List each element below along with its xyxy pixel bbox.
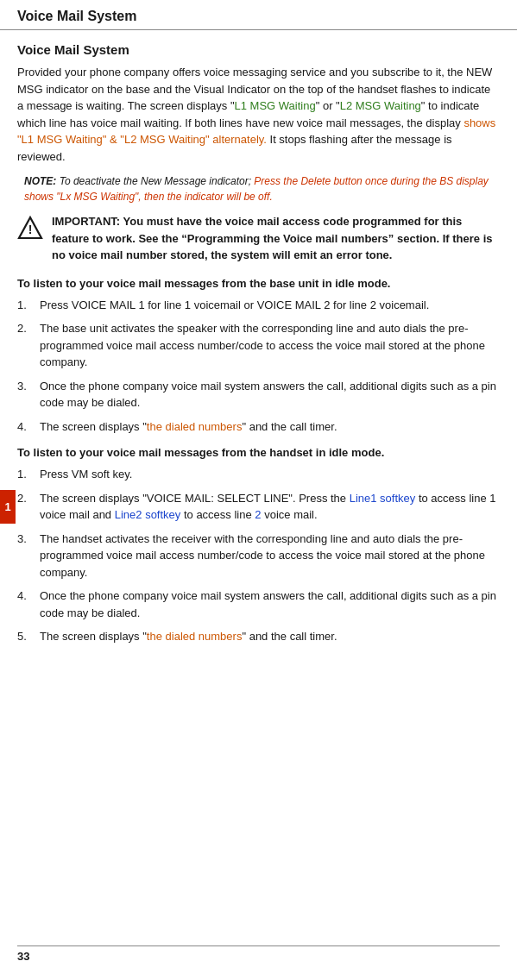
page-wrapper: Voice Mail System Voice Mail System Prov… bbox=[0, 0, 517, 980]
intro-text-2: " or " bbox=[316, 99, 340, 112]
dialed-numbers-highlight-2: the dialed numbers bbox=[147, 630, 243, 643]
list-content: The screen displays "the dialed numbers"… bbox=[40, 418, 500, 436]
list-item-marked: 1 2. The screen displays "VOICE MAIL: SE… bbox=[17, 490, 500, 524]
subsection1-title: To listen to your voice mail messages fr… bbox=[17, 276, 500, 292]
svg-text:!: ! bbox=[28, 223, 33, 236]
list-content: Once the phone company voice mail system… bbox=[40, 587, 500, 621]
warning-icon: ! bbox=[17, 215, 43, 241]
note-text: NOTE: To deactivate the New Message indi… bbox=[24, 175, 489, 203]
list-num: 4. bbox=[17, 587, 40, 621]
list-item: 1. Press VM soft key. bbox=[17, 466, 500, 483]
intro-paragraph: Provided your phone company offers voice… bbox=[17, 64, 500, 165]
note-body: To deactivate the New Message indicator; bbox=[56, 175, 254, 187]
list-item: 3. The handset activates the receiver wi… bbox=[17, 531, 500, 581]
list-content: The screen displays "the dialed numbers"… bbox=[40, 628, 500, 645]
list-num: 1. bbox=[17, 466, 40, 483]
base-steps-list: 1. Press VOICE MAIL 1 for line 1 voicema… bbox=[17, 297, 500, 436]
list-item: 5. The screen displays "the dialed numbe… bbox=[17, 628, 500, 645]
subsection2-title: To listen to your voice mail messages fr… bbox=[17, 445, 500, 461]
page-footer: 33 bbox=[17, 945, 500, 963]
handset-steps-list: 1. Press VM soft key. 1 2. The screen di… bbox=[17, 466, 500, 645]
list-num: 2. bbox=[17, 320, 40, 371]
list-num: 5. bbox=[17, 628, 40, 645]
red-marker-1: 1 bbox=[0, 490, 16, 524]
list-num: 4. bbox=[17, 418, 40, 436]
page-header-title: Voice Mail System bbox=[17, 9, 136, 23]
page-content: Voice Mail System Provided your phone co… bbox=[0, 30, 517, 669]
important-label: IMPORTANT: bbox=[52, 215, 120, 228]
list-item: 1. Press VOICE MAIL 1 for line 1 voicema… bbox=[17, 297, 500, 314]
page-header: Voice Mail System bbox=[0, 0, 517, 30]
l1-msg-highlight: L1 MSG Waiting bbox=[235, 99, 316, 112]
list-num: 2. bbox=[17, 490, 40, 507]
line2-softkey-highlight: Line2 softkey bbox=[115, 508, 181, 521]
section-title: Voice Mail System bbox=[17, 42, 500, 57]
list-content: Press VOICE MAIL 1 for line 1 voicemail … bbox=[40, 297, 500, 314]
list-item: 3. Once the phone company voice mail sys… bbox=[17, 378, 500, 411]
l2-msg-highlight: L2 MSG Waiting bbox=[340, 99, 421, 112]
list-num: 3. bbox=[17, 531, 40, 581]
dialed-numbers-highlight-1: the dialed numbers bbox=[147, 420, 243, 433]
list-num: 1. bbox=[17, 297, 40, 314]
list-content: The handset activates the receiver with … bbox=[40, 531, 500, 581]
list-content: Once the phone company voice mail system… bbox=[40, 378, 500, 411]
list-content: The screen displays "VOICE MAIL: SELECT … bbox=[40, 490, 500, 524]
line1-softkey-highlight: Line1 softkey bbox=[350, 492, 416, 505]
note-label: NOTE: bbox=[24, 175, 56, 187]
list-item: 4. The screen displays "the dialed numbe… bbox=[17, 418, 500, 436]
list-item: 4. Once the phone company voice mail sys… bbox=[17, 587, 500, 621]
list-num: 3. bbox=[17, 378, 40, 411]
important-text: IMPORTANT: You must have the voice mail … bbox=[52, 213, 500, 264]
important-block: ! IMPORTANT: You must have the voice mai… bbox=[17, 213, 500, 264]
page-number: 33 bbox=[17, 950, 29, 963]
list-content: The base unit activates the speaker with… bbox=[40, 320, 500, 371]
note-block: NOTE: To deactivate the New Message indi… bbox=[17, 173, 500, 204]
line2-num-highlight: 2 bbox=[255, 508, 261, 521]
list-content: Press VM soft key. bbox=[40, 466, 500, 483]
list-item: 2. The base unit activates the speaker w… bbox=[17, 320, 500, 371]
